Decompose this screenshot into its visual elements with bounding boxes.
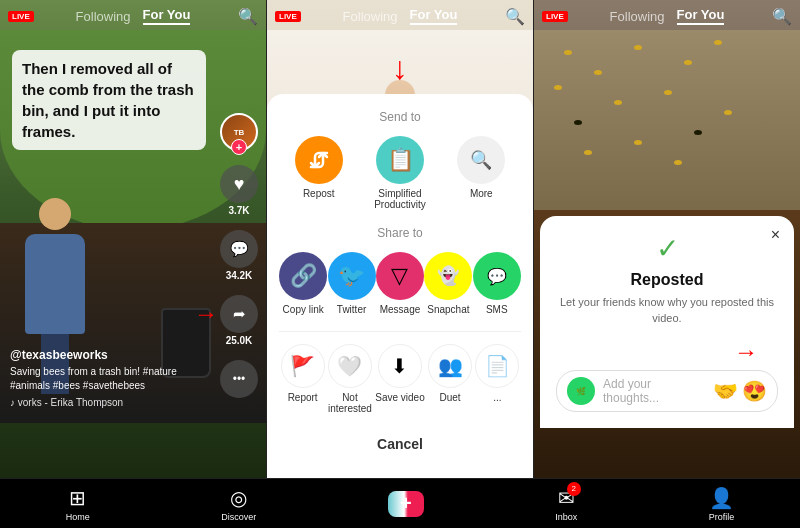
repost-icon[interactable] [295,136,343,184]
copylink-icon[interactable]: 🔗 [279,252,327,300]
emoji2[interactable]: 😍 [742,379,767,403]
action-report[interactable]: 🚩 Report [281,344,325,414]
share-to-label: Share to [279,226,521,240]
message-label: Message [380,304,421,315]
nav-profile[interactable]: 👤 Profile [709,486,735,522]
repost-subtitle: Let your friends know why you reposted t… [556,295,778,326]
duet-icon[interactable]: 👥 [428,344,472,388]
panel3-tabs: Following For You [610,7,725,25]
panel1-live-area: LIVE [8,11,34,22]
share-copylink[interactable]: 🔗 Copy link [279,252,327,315]
share-to-row: 🔗 Copy link 🐦 Twitter ▽ Message 👻 Snapch… [279,252,521,315]
report-icon[interactable]: 🚩 [281,344,325,388]
action-savevideo[interactable]: ⬇ Save video [375,344,424,414]
share-item-productivity[interactable]: 📋 Simplified Productivity [374,136,426,210]
tab-following-1[interactable]: Following [76,9,131,24]
inbox-label: Inbox [555,512,577,522]
share-item-more[interactable]: 🔍 More [457,136,505,210]
cancel-button[interactable]: Cancel [279,426,521,462]
creator-avatar-1[interactable]: TB + [220,113,258,151]
discover-icon: ◎ [230,486,247,510]
share-sms[interactable]: 💬 SMS [473,252,521,315]
snapchat-icon[interactable]: 👻 [424,252,472,300]
like-count-1: 3.7K [228,205,249,216]
action-duet[interactable]: 👥 Duet [428,344,472,414]
thought-input-row[interactable]: 🌿 Add your thoughts... 🤝 😍 [556,370,778,412]
more-button-1[interactable]: ••• [220,360,258,398]
hashtags-1: Saving bees from a trash bin! #nature #a… [10,365,211,393]
notinterested-icon[interactable]: 🤍 [328,344,372,388]
productivity-icon[interactable]: 📋 [376,136,424,184]
live-badge-3: LIVE [542,11,568,22]
action-notinterested[interactable]: 🤍 Not interested [328,344,372,414]
panel-3: LIVE Following For You 🔍 TB + ♥ 3.7M × [534,0,800,478]
nav-add[interactable]: + [388,491,424,517]
tab-following-3[interactable]: Following [610,9,665,24]
twitter-label: Twitter [337,304,366,315]
repost-title: Reposted [556,271,778,289]
tab-following-2[interactable]: Following [343,9,398,24]
share-twitter[interactable]: 🐦 Twitter [328,252,376,315]
snapchat-label: Snapchat [427,304,469,315]
action-more2[interactable]: 📄 ... [475,344,519,414]
sms-label: SMS [486,304,508,315]
tab-foryou-3[interactable]: For You [677,7,725,25]
search-btn-1[interactable]: 🔍 [238,7,258,26]
share-item-repost[interactable]: Repost [295,136,343,210]
tab-foryou-1[interactable]: For You [143,7,191,25]
right-icons-1: TB + ♥ 3.7K 💬 34.2K ➦ 25.0K ••• [220,113,258,398]
panel3-topbar: LIVE Following For You 🔍 [534,0,800,32]
share-sheet: Send to Repost 📋 Simplified Productivit [267,94,533,478]
music-info-1: ♪ vorks - Erika Thompson [10,397,211,408]
inbox-badge-count: 2 [567,482,581,496]
panel1-tabs: Following For You [76,7,191,25]
share-button-1[interactable]: ➦ 25.0K [220,295,258,346]
nav-discover[interactable]: ◎ Discover [221,486,256,522]
panel1-topbar: LIVE Following For You 🔍 [0,0,266,32]
live-badge-2: LIVE [275,11,301,22]
search-icon-1[interactable]: 🔍 [238,8,258,25]
home-label: Home [66,512,90,522]
panel-2: LIVE Following For You 🔍 ↓ Send to [267,0,534,478]
add-button[interactable]: + [388,491,424,517]
sms-icon[interactable]: 💬 [473,252,521,300]
user-avatar-input: 🌿 [567,377,595,405]
twitter-icon[interactable]: 🐦 [328,252,376,300]
productivity-label: Simplified Productivity [374,188,426,210]
panel2-live-area: LIVE [275,11,301,22]
caption-box: Then I removed all of the comb from the … [12,50,206,150]
like-button-1[interactable]: ♥ 3.7K [220,165,258,216]
username-1[interactable]: @texasbeeworks [10,348,211,362]
message-icon[interactable]: ▽ [376,252,424,300]
nav-home[interactable]: ⊞ Home [66,486,90,522]
discover-label: Discover [221,512,256,522]
search-btn-3[interactable]: 🔍 [772,7,792,26]
more-icon[interactable]: 🔍 [457,136,505,184]
check-icon: ✓ [556,232,778,265]
thought-placeholder[interactable]: Add your thoughts... [603,377,705,405]
tab-foryou-2[interactable]: For You [410,7,458,25]
share-count-1: 25.0K [226,335,253,346]
savevideo-icon[interactable]: ⬇ [378,344,422,388]
inbox-badge-container: ✉ 2 [558,486,575,510]
more2-icon[interactable]: 📄 [475,344,519,388]
comment-button-1[interactable]: 💬 34.2K [220,230,258,281]
follow-plus-1[interactable]: + [231,139,247,155]
savevideo-label: Save video [375,392,424,403]
share-actions-row: 🚩 Report 🤍 Not interested ⬇ Save video 👥… [279,344,521,414]
modal-close-button[interactable]: × [771,226,780,244]
duet-label: Duet [439,392,460,403]
search-icon-3[interactable]: 🔍 [772,8,792,25]
home-icon: ⊞ [69,486,86,510]
nav-inbox[interactable]: ✉ 2 Inbox [555,486,577,522]
search-icon-2[interactable]: 🔍 [505,8,525,25]
emoji1[interactable]: 🤝 [713,379,738,403]
send-to-label: Send to [279,110,521,124]
share-message[interactable]: ▽ Message [376,252,424,315]
search-btn-2[interactable]: 🔍 [505,7,525,26]
more-label: More [470,188,493,199]
panel-1: LIVE Following For You 🔍 Then I removed … [0,0,267,478]
profile-label: Profile [709,512,735,522]
comment-count-1: 34.2K [226,270,253,281]
share-snapchat[interactable]: 👻 Snapchat [424,252,472,315]
